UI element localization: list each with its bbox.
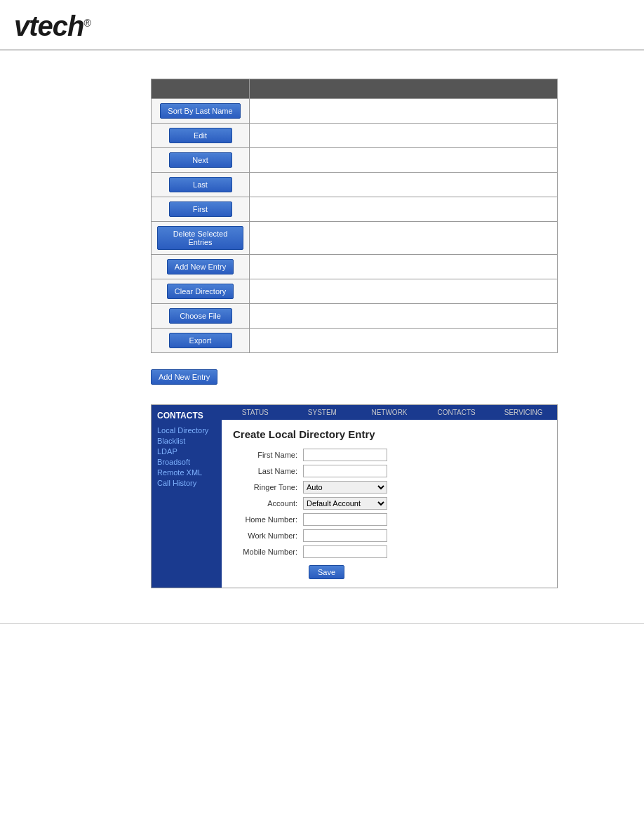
nav-item-contacts[interactable]: CONTACTS [423, 405, 490, 420]
sidebar-title: CONTACTS [157, 411, 216, 421]
form-row-first_name: First Name: [233, 449, 546, 461]
sidebar-item-blacklist[interactable]: Blacklist [157, 437, 216, 445]
work_number-input[interactable] [303, 529, 387, 542]
form-row-last_name: Last Name: [233, 465, 546, 477]
page-footer [0, 623, 644, 635]
table-row: Last [152, 173, 558, 197]
contacts-main-area: STATUSSYSTEMNETWORKCONTACTSSERVICING Cre… [222, 405, 557, 588]
col-header-2 [250, 79, 558, 99]
button-cell-7: Clear Directory [152, 279, 250, 304]
home_number-input[interactable] [303, 513, 387, 526]
first_name-input[interactable] [303, 449, 387, 461]
page-header: vtech® [0, 0, 644, 51]
contacts-panel: CONTACTS Local DirectoryBlacklistLDAPBro… [151, 404, 558, 588]
form-row-work_number: Work Number: [233, 529, 546, 542]
desc-cell-3 [250, 173, 558, 197]
desc-cell-2 [250, 148, 558, 173]
edit-button[interactable]: Edit [169, 128, 232, 143]
button-reference-table: Sort By Last NameEditNextLastFirstDelete… [151, 79, 558, 353]
label-mobile_number: Mobile Number: [233, 548, 303, 556]
contacts-sidebar: CONTACTS Local DirectoryBlacklistLDAPBro… [152, 405, 222, 588]
label-home_number: Home Number: [233, 515, 303, 524]
form-row-mobile_number: Mobile Number: [233, 545, 546, 558]
nav-item-system[interactable]: SYSTEM [289, 405, 356, 420]
button-cell-3: Last [152, 173, 250, 197]
contacts-nav-bar: STATUSSYSTEMNETWORKCONTACTSSERVICING [222, 405, 557, 420]
next-button[interactable]: Next [169, 152, 232, 168]
logo-trademark: ® [84, 18, 90, 29]
desc-cell-9 [250, 329, 558, 353]
contacts-form: Create Local Directory Entry First Name:… [222, 420, 557, 588]
desc-cell-8 [250, 304, 558, 329]
standalone-button-row: Add New Entry [151, 364, 623, 390]
sort-by-last-name-button[interactable]: Sort By Last Name [160, 103, 240, 119]
label-account: Account: [233, 499, 303, 508]
label-ringer_tone: Ringer Tone: [233, 483, 303, 491]
desc-cell-6 [250, 255, 558, 279]
export-button[interactable]: Export [169, 333, 232, 348]
last-button[interactable]: Last [169, 177, 232, 192]
desc-cell-0 [250, 99, 558, 124]
desc-cell-7 [250, 279, 558, 304]
nav-item-network[interactable]: NETWORK [356, 405, 423, 420]
button-cell-6: Add New Entry [152, 255, 250, 279]
button-cell-1: Edit [152, 124, 250, 148]
form-row-account: Account:Default Account [233, 497, 546, 510]
button-cell-4: First [152, 197, 250, 222]
standalone-add-new-entry-button[interactable]: Add New Entry [151, 369, 217, 385]
button-cell-2: Next [152, 148, 250, 173]
table-header-row [152, 79, 558, 99]
clear-directory-button[interactable]: Clear Directory [167, 284, 234, 299]
table-row: First [152, 197, 558, 222]
label-last_name: Last Name: [233, 467, 303, 475]
nav-item-servicing[interactable]: SERVICING [490, 405, 557, 420]
form-row-ringer_tone: Ringer Tone:Auto [233, 481, 546, 494]
delete-selected-entries-button[interactable]: Delete Selected Entries [157, 226, 243, 250]
form-row-home_number: Home Number: [233, 513, 546, 526]
table-row: Delete Selected Entries [152, 222, 558, 255]
form-title: Create Local Directory Entry [233, 428, 546, 440]
choose-file-button[interactable]: Choose File [169, 308, 232, 324]
brand-logo: vtech® [14, 11, 630, 42]
table-row: Edit [152, 124, 558, 148]
table-row: Add New Entry [152, 255, 558, 279]
sidebar-item-ldap[interactable]: LDAP [157, 447, 216, 456]
add-new-entry-button[interactable]: Add New Entry [167, 259, 234, 274]
label-work_number: Work Number: [233, 531, 303, 540]
button-cell-8: Choose File [152, 304, 250, 329]
ringer_tone-input[interactable]: Auto [303, 481, 387, 494]
table-row: Sort By Last Name [152, 99, 558, 124]
sidebar-item-local-directory[interactable]: Local Directory [157, 426, 216, 435]
col-header-1 [152, 79, 250, 99]
nav-item-status[interactable]: STATUS [222, 405, 289, 420]
table-row: Export [152, 329, 558, 353]
desc-cell-1 [250, 124, 558, 148]
last_name-input[interactable] [303, 465, 387, 477]
desc-cell-5 [250, 222, 558, 255]
button-cell-9: Export [152, 329, 250, 353]
sidebar-item-call-history[interactable]: Call History [157, 479, 216, 487]
button-cell-5: Delete Selected Entries [152, 222, 250, 255]
mobile_number-input[interactable] [303, 545, 387, 558]
table-row: Clear Directory [152, 279, 558, 304]
desc-cell-4 [250, 197, 558, 222]
account-input[interactable]: Default Account [303, 497, 387, 510]
first-button[interactable]: First [169, 201, 232, 217]
table-row: Choose File [152, 304, 558, 329]
table-row: Next [152, 148, 558, 173]
logo-text: vtech [14, 11, 84, 41]
save-button[interactable]: Save [309, 565, 344, 579]
button-cell-0: Sort By Last Name [152, 99, 250, 124]
label-first_name: First Name: [233, 451, 303, 459]
sidebar-item-remote-xml[interactable]: Remote XML [157, 468, 216, 477]
sidebar-item-broadsoft[interactable]: Broadsoft [157, 458, 216, 466]
main-content: Sort By Last NameEditNextLastFirstDelete… [0, 51, 644, 602]
